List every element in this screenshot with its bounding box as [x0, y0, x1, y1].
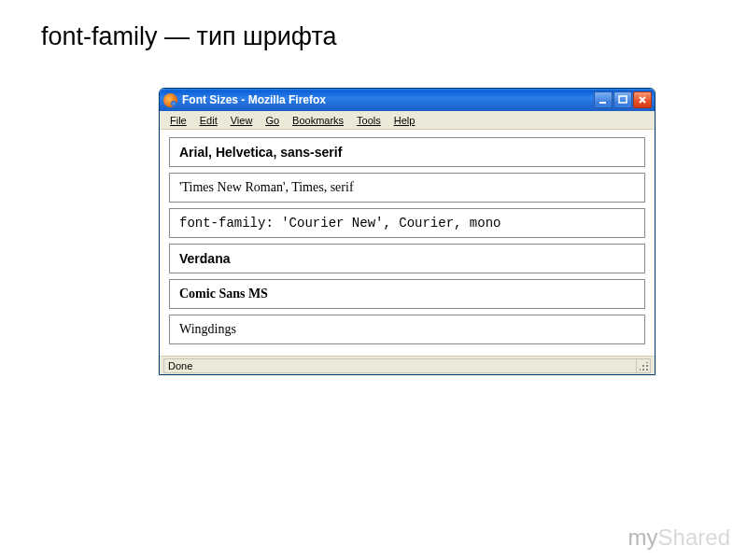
- font-sample-verdana: Verdana: [169, 244, 645, 273]
- menu-view[interactable]: View: [224, 113, 260, 128]
- firefox-icon: [163, 93, 177, 107]
- window-controls: [594, 91, 652, 108]
- menu-bookmarks[interactable]: Bookmarks: [286, 113, 350, 128]
- menu-edit[interactable]: Edit: [193, 113, 224, 128]
- close-button[interactable]: [633, 91, 652, 108]
- page-content: Arial, Helvetica, sans-serif 'Times New …: [160, 130, 655, 356]
- svg-rect-0: [599, 102, 606, 104]
- window-title: Font Sizes - Mozilla Firefox: [182, 93, 594, 106]
- browser-window: Font Sizes - Mozilla Firefox File Edit V…: [159, 88, 655, 375]
- menubar: File Edit View Go Bookmarks Tools Help: [160, 111, 655, 130]
- window-titlebar: Font Sizes - Mozilla Firefox: [160, 89, 655, 111]
- font-sample-courier: font-family: 'Courier New', Courier, mon…: [169, 208, 645, 238]
- maximize-button[interactable]: [613, 91, 632, 108]
- menu-tools[interactable]: Tools: [350, 113, 388, 128]
- minimize-button[interactable]: [594, 91, 613, 108]
- font-sample-comic-sans: Comic Sans MS: [169, 279, 645, 309]
- status-text: Done: [163, 358, 636, 373]
- font-sample-wingdings: Wingdings: [169, 315, 645, 344]
- menu-file[interactable]: File: [163, 113, 193, 128]
- watermark: myShared: [628, 525, 730, 551]
- slide-title: font-family — тип шрифта: [41, 22, 337, 51]
- menu-help[interactable]: Help: [388, 113, 422, 128]
- font-sample-times: 'Times New Roman', Times, serif: [169, 173, 645, 203]
- font-sample-arial: Arial, Helvetica, sans-serif: [169, 137, 645, 167]
- menu-go[interactable]: Go: [259, 113, 286, 128]
- resize-grip-icon[interactable]: [636, 358, 651, 373]
- svg-rect-1: [619, 96, 627, 103]
- statusbar: Done: [160, 356, 655, 374]
